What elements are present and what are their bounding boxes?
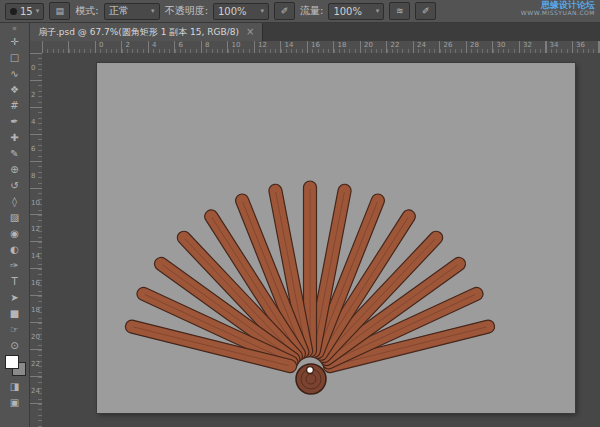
ruler-number: 4	[31, 118, 35, 126]
photoshop-window: 15 ▾ ▤ 模式: 正常 ▾ 不透明度: 100% ▾ ✐ 流量: 100% …	[0, 0, 600, 427]
ruler-number: 10	[232, 41, 241, 49]
ruler-number: 24	[31, 387, 40, 395]
ruler-number: 26	[444, 41, 453, 49]
ruler-number: 34	[550, 41, 559, 49]
brush-preset-picker[interactable]: 15 ▾	[5, 3, 44, 20]
flow-value: 100%	[333, 6, 362, 17]
chevron-down-icon: ▾	[376, 7, 380, 15]
healing-brush-tool[interactable]: ✚	[3, 129, 27, 145]
brush-tip-icon	[10, 8, 17, 15]
type-tool[interactable]: T	[3, 273, 27, 289]
ruler-number: 22	[31, 360, 40, 368]
ruler-number: 20	[364, 41, 373, 49]
path-selection-tool[interactable]: ➤	[3, 289, 27, 305]
ruler-number: 16	[31, 279, 40, 287]
flow-label: 流量:	[300, 4, 323, 18]
ruler-number: 12	[31, 225, 40, 233]
opacity-select[interactable]: 100% ▾	[213, 3, 269, 20]
close-icon[interactable]: ×	[246, 27, 254, 37]
ruler-number: 0	[99, 41, 103, 49]
pressure-size-icon[interactable]: ✐	[415, 2, 436, 20]
marquee-tool[interactable]: □	[3, 49, 27, 65]
crop-tool[interactable]: #	[3, 97, 27, 113]
quick-mask-button[interactable]: ◨	[3, 378, 27, 394]
pen-tool[interactable]: ✑	[3, 257, 27, 273]
ruler-number: 20	[31, 333, 40, 341]
brush-panel-toggle[interactable]: ▤	[49, 2, 70, 20]
site-watermark: 思缘设计论坛 WWW.MISSYUAN.COM	[521, 1, 595, 17]
ruler-number: 2	[126, 41, 130, 49]
page[interactable]	[97, 63, 575, 413]
document-tab[interactable]: 扇子.psd @ 67.7%(圆角矩形 1 副本 15, RGB/8) ×	[30, 23, 263, 41]
lasso-tool[interactable]: ∿	[3, 65, 27, 81]
zoom-tool[interactable]: ⊙	[3, 337, 27, 353]
ruler-number: 6	[179, 41, 183, 49]
quick-selection-tool[interactable]: ❖	[3, 81, 27, 97]
pressure-opacity-icon[interactable]: ✐	[274, 2, 295, 20]
canvas-viewport[interactable]	[42, 53, 600, 427]
ruler-number: 8	[205, 41, 209, 49]
clone-stamp-tool[interactable]: ⊕	[3, 161, 27, 177]
dodge-tool[interactable]: ◐	[3, 241, 27, 257]
ruler-number: 2	[31, 91, 35, 99]
ruler-number: 6	[31, 145, 35, 153]
blur-tool[interactable]: ◉	[3, 225, 27, 241]
screen-mode-button[interactable]: ▣	[3, 394, 27, 410]
toolbar-extra-buttons: ◨▣	[3, 378, 27, 410]
brush-preset-size: 15	[20, 6, 33, 17]
toolbar-collapse-button[interactable]: «	[12, 24, 17, 33]
ruler-number: 18	[31, 306, 40, 314]
ruler-number: 10	[31, 199, 40, 207]
mode-label: 模式:	[75, 4, 98, 18]
document-area: 扇子.psd @ 67.7%(圆角矩形 1 副本 15, RGB/8) × 02…	[30, 23, 600, 427]
hand-tool[interactable]: ☞	[3, 321, 27, 337]
chevron-down-icon: ▾	[260, 7, 264, 15]
shape-tool[interactable]: ■	[3, 305, 27, 321]
ruler-number: 32	[523, 41, 532, 49]
watermark-url: WWW.MISSYUAN.COM	[521, 10, 595, 16]
foreground-color-swatch[interactable]	[5, 355, 19, 369]
ruler-number: 8	[31, 172, 35, 180]
move-tool[interactable]: ✛	[3, 33, 27, 49]
ruler-number: 0	[31, 64, 35, 72]
opacity-label: 不透明度:	[165, 4, 208, 18]
ruler-number: 14	[285, 41, 294, 49]
ruler-number: 22	[391, 41, 400, 49]
opacity-value: 100%	[218, 6, 247, 17]
flow-select[interactable]: 100% ▾	[328, 3, 384, 20]
chevron-down-icon: ▾	[151, 7, 155, 15]
brush-tool[interactable]: ✎	[3, 145, 27, 161]
ruler-number: 12	[258, 41, 267, 49]
tool-list: ✛□∿❖#✒✚✎⊕↺◊▨◉◐✑T➤■☞⊙	[3, 33, 27, 353]
mode-select[interactable]: 正常 ▾	[104, 3, 160, 20]
ruler-number: 4	[152, 41, 156, 49]
eraser-tool[interactable]: ◊	[3, 193, 27, 209]
eyedropper-tool[interactable]: ✒	[3, 113, 27, 129]
ruler-number: 30	[497, 41, 506, 49]
gradient-tool[interactable]: ▨	[3, 209, 27, 225]
ruler-number: 18	[338, 41, 347, 49]
ruler-number: 24	[417, 41, 426, 49]
document-tab-title: 扇子.psd @ 67.7%(圆角矩形 1 副本 15, RGB/8)	[38, 26, 239, 39]
ruler-number: 28	[470, 41, 479, 49]
document-tabbar: 扇子.psd @ 67.7%(圆角矩形 1 副本 15, RGB/8) ×	[30, 23, 600, 41]
ruler-number: 36	[576, 41, 585, 49]
color-swatches	[4, 355, 26, 378]
history-brush-tool[interactable]: ↺	[3, 177, 27, 193]
ruler-number: 14	[31, 252, 40, 260]
fan-graphic	[97, 63, 575, 413]
chevron-down-icon: ▾	[36, 7, 40, 15]
mode-value: 正常	[109, 4, 129, 18]
tools-panel: « ✛□∿❖#✒✚✎⊕↺◊▨◉◐✑T➤■☞⊙ ◨▣	[0, 23, 30, 427]
airbrush-toggle-icon[interactable]: ≋	[389, 2, 410, 20]
options-bar: 15 ▾ ▤ 模式: 正常 ▾ 不透明度: 100% ▾ ✐ 流量: 100% …	[0, 0, 600, 23]
ruler-number: 16	[311, 41, 320, 49]
